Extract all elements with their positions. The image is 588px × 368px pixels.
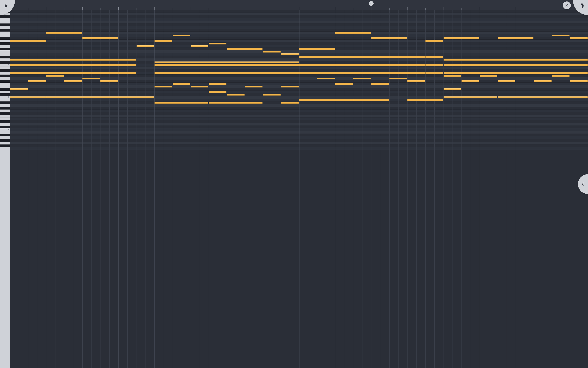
piano-key[interactable] [0,85,10,88]
midi-note[interactable] [154,86,172,87]
midi-note[interactable] [82,37,118,39]
piano-key[interactable] [0,23,10,26]
midi-note[interactable] [173,35,190,37]
midi-note[interactable] [64,80,82,82]
midi-note[interactable] [263,51,281,53]
midi-note[interactable] [444,96,497,98]
piano-key[interactable] [0,21,10,23]
midi-note[interactable] [335,32,371,34]
piano-key[interactable] [0,58,10,61]
midi-note[interactable] [154,62,299,63]
midi-note[interactable] [407,80,425,82]
midi-note[interactable] [209,91,227,93]
midi-note[interactable] [444,88,461,90]
piano-key[interactable] [0,115,10,118]
midi-note[interactable] [10,72,136,74]
midi-note[interactable] [10,64,136,66]
piano-key[interactable] [0,45,10,48]
piano-key[interactable] [0,126,10,128]
midi-note[interactable] [498,80,515,82]
midi-note[interactable] [154,72,299,74]
midi-note[interactable] [46,96,154,98]
note-grid[interactable] [10,10,588,368]
midi-note[interactable] [173,83,190,85]
midi-note[interactable] [462,80,479,82]
piano-key[interactable] [0,88,10,91]
midi-note[interactable] [426,56,443,58]
piano-key[interactable] [0,56,10,58]
midi-note[interactable] [10,88,28,90]
piano-key[interactable] [0,131,10,134]
midi-note[interactable] [317,78,335,79]
piano-key[interactable] [0,18,10,21]
midi-note[interactable] [552,35,570,37]
midi-note[interactable] [28,80,46,82]
piano-key[interactable]: 5 [0,96,10,99]
midi-note[interactable] [426,40,443,42]
midi-note[interactable] [10,59,136,61]
piano-key[interactable] [0,93,10,96]
piano-key[interactable] [0,80,10,83]
piano-key[interactable] [0,142,10,145]
midi-note[interactable] [227,48,263,50]
piano-key[interactable] [0,112,10,115]
midi-note[interactable] [10,96,46,98]
midi-note[interactable] [299,99,353,101]
piano-key[interactable] [0,72,10,74]
midi-note[interactable] [444,75,461,77]
midi-note[interactable] [100,80,118,82]
piano-key[interactable] [0,123,10,126]
piano-key[interactable] [0,40,10,42]
midi-note[interactable] [371,37,407,39]
midi-note[interactable] [371,83,389,85]
midi-note[interactable] [209,43,227,45]
midi-note[interactable] [570,80,588,82]
piano-key[interactable]: 7 [0,32,10,34]
midi-note[interactable] [281,86,299,87]
midi-note[interactable] [426,72,443,74]
midi-note[interactable] [154,64,299,66]
piano-key[interactable] [0,101,10,104]
piano-key[interactable] [0,134,10,136]
midi-note[interactable] [137,45,154,47]
midi-note[interactable] [299,72,425,74]
piano-key[interactable] [0,107,10,110]
piano-key[interactable] [0,66,10,69]
midi-note[interactable] [82,78,100,79]
midi-note[interactable] [444,64,588,66]
piano-key[interactable] [0,99,10,101]
piano-key[interactable]: 6 [0,64,10,66]
piano-key[interactable] [0,48,10,50]
piano-key[interactable] [0,61,10,64]
midi-note[interactable] [444,37,479,39]
piano-key[interactable] [0,53,10,56]
midi-note[interactable] [444,59,588,61]
midi-note[interactable] [299,48,335,50]
midi-note[interactable] [209,83,227,85]
midi-note[interactable] [191,45,209,47]
piano-key[interactable] [0,104,10,107]
midi-note[interactable] [480,75,497,77]
piano-key[interactable] [0,120,10,123]
midi-note[interactable] [299,56,425,58]
piano-key[interactable] [0,91,10,93]
piano-key[interactable] [0,15,10,18]
midi-note[interactable] [353,78,371,79]
midi-note[interactable] [299,64,425,66]
piano-keyboard[interactable]: 7654 [0,10,10,368]
piano-key[interactable] [0,29,10,32]
midi-note[interactable] [335,83,353,85]
midi-note[interactable] [227,94,245,96]
close-button[interactable] [563,1,571,9]
midi-note[interactable] [570,37,588,39]
midi-note[interactable] [263,94,281,96]
piano-key[interactable] [0,26,10,29]
timeline-ruler[interactable]: 23 [0,0,588,10]
piano-key[interactable]: 4 [0,128,10,131]
piano-key[interactable] [0,139,10,142]
midi-note[interactable] [426,64,443,66]
midi-note[interactable] [498,37,533,39]
midi-note[interactable] [191,86,209,87]
midi-note[interactable] [281,53,299,55]
piano-key[interactable] [0,118,10,120]
